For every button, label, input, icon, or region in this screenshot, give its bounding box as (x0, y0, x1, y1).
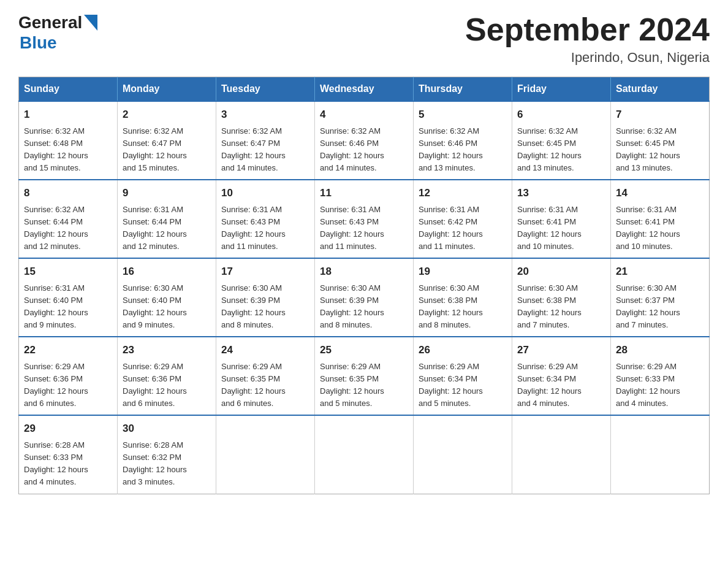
day-detail: Sunrise: 6:28 AMSunset: 6:32 PMDaylight:… (123, 440, 187, 486)
table-row: 20 Sunrise: 6:30 AMSunset: 6:38 PMDaylig… (512, 258, 611, 337)
table-row: 7 Sunrise: 6:32 AMSunset: 6:45 PMDayligh… (611, 101, 710, 180)
table-row: 3 Sunrise: 6:32 AMSunset: 6:47 PMDayligh… (216, 101, 315, 180)
table-row: 23 Sunrise: 6:29 AMSunset: 6:36 PMDaylig… (118, 337, 216, 415)
day-detail: Sunrise: 6:31 AMSunset: 6:40 PMDaylight:… (24, 283, 88, 329)
day-detail: Sunrise: 6:28 AMSunset: 6:33 PMDaylight:… (24, 440, 88, 486)
day-detail: Sunrise: 6:31 AMSunset: 6:42 PMDaylight:… (419, 205, 483, 251)
day-number: 24 (221, 342, 309, 358)
table-row: 25 Sunrise: 6:29 AMSunset: 6:35 PMDaylig… (315, 337, 414, 415)
table-row: 22 Sunrise: 6:29 AMSunset: 6:36 PMDaylig… (19, 337, 118, 415)
day-detail: Sunrise: 6:29 AMSunset: 6:34 PMDaylight:… (517, 362, 582, 408)
table-row: 14 Sunrise: 6:31 AMSunset: 6:41 PMDaylig… (611, 180, 710, 258)
logo: General Blue (18, 12, 97, 53)
table-row (414, 415, 512, 494)
table-row: 8 Sunrise: 6:32 AMSunset: 6:44 PMDayligh… (19, 180, 118, 258)
table-row (315, 415, 414, 494)
day-detail: Sunrise: 6:32 AMSunset: 6:48 PMDaylight:… (24, 126, 88, 172)
table-row: 29 Sunrise: 6:28 AMSunset: 6:33 PMDaylig… (19, 415, 118, 494)
day-number: 27 (517, 342, 605, 358)
col-tuesday: Tuesday (216, 77, 315, 102)
title-area: September 2024 Iperindo, Osun, Nigeria (465, 12, 710, 66)
table-row: 11 Sunrise: 6:31 AMSunset: 6:43 PMDaylig… (315, 180, 414, 258)
day-number: 21 (616, 264, 704, 280)
day-detail: Sunrise: 6:32 AMSunset: 6:46 PMDaylight:… (320, 126, 384, 172)
day-detail: Sunrise: 6:30 AMSunset: 6:39 PMDaylight:… (320, 283, 384, 329)
day-detail: Sunrise: 6:31 AMSunset: 6:43 PMDaylight:… (221, 205, 286, 251)
day-detail: Sunrise: 6:32 AMSunset: 6:47 PMDaylight:… (221, 126, 286, 172)
day-number: 17 (221, 264, 309, 280)
day-number: 18 (320, 264, 408, 280)
day-number: 7 (616, 107, 704, 123)
col-wednesday: Wednesday (315, 77, 414, 102)
day-number: 3 (221, 107, 309, 123)
table-row: 2 Sunrise: 6:32 AMSunset: 6:47 PMDayligh… (118, 101, 216, 180)
table-row: 26 Sunrise: 6:29 AMSunset: 6:34 PMDaylig… (414, 337, 512, 415)
table-row: 10 Sunrise: 6:31 AMSunset: 6:43 PMDaylig… (216, 180, 315, 258)
svg-marker-0 (84, 15, 97, 31)
table-row: 21 Sunrise: 6:30 AMSunset: 6:37 PMDaylig… (611, 258, 710, 337)
table-row: 17 Sunrise: 6:30 AMSunset: 6:39 PMDaylig… (216, 258, 315, 337)
day-number: 4 (320, 107, 408, 123)
day-detail: Sunrise: 6:30 AMSunset: 6:38 PMDaylight:… (517, 283, 582, 329)
calendar-week-row: 15 Sunrise: 6:31 AMSunset: 6:40 PMDaylig… (19, 258, 710, 337)
table-row: 16 Sunrise: 6:30 AMSunset: 6:40 PMDaylig… (118, 258, 216, 337)
day-number: 8 (24, 185, 112, 201)
day-detail: Sunrise: 6:30 AMSunset: 6:37 PMDaylight:… (616, 283, 680, 329)
day-number: 11 (320, 185, 408, 201)
day-number: 23 (123, 342, 211, 358)
day-detail: Sunrise: 6:29 AMSunset: 6:36 PMDaylight:… (24, 362, 88, 408)
day-detail: Sunrise: 6:29 AMSunset: 6:33 PMDaylight:… (616, 362, 680, 408)
day-number: 30 (123, 421, 211, 437)
page-title: September 2024 (465, 12, 710, 47)
day-detail: Sunrise: 6:32 AMSunset: 6:47 PMDaylight:… (123, 126, 187, 172)
col-thursday: Thursday (414, 77, 512, 102)
table-row: 19 Sunrise: 6:30 AMSunset: 6:38 PMDaylig… (414, 258, 512, 337)
col-saturday: Saturday (611, 77, 710, 102)
day-number: 19 (419, 264, 507, 280)
day-number: 6 (517, 107, 605, 123)
calendar-week-row: 1 Sunrise: 6:32 AMSunset: 6:48 PMDayligh… (19, 101, 710, 180)
table-row: 30 Sunrise: 6:28 AMSunset: 6:32 PMDaylig… (118, 415, 216, 494)
day-detail: Sunrise: 6:29 AMSunset: 6:35 PMDaylight:… (320, 362, 384, 408)
table-row (216, 415, 315, 494)
col-sunday: Sunday (19, 77, 118, 102)
table-row (611, 415, 710, 494)
day-number: 16 (123, 264, 211, 280)
logo-general-text: General (18, 13, 82, 33)
logo-blue-text: Blue (20, 33, 57, 52)
day-number: 10 (221, 185, 309, 201)
day-number: 12 (419, 185, 507, 201)
col-monday: Monday (118, 77, 216, 102)
col-friday: Friday (512, 77, 611, 102)
table-row: 5 Sunrise: 6:32 AMSunset: 6:46 PMDayligh… (414, 101, 512, 180)
day-number: 28 (616, 342, 704, 358)
day-number: 5 (419, 107, 507, 123)
day-detail: Sunrise: 6:31 AMSunset: 6:43 PMDaylight:… (320, 205, 384, 251)
table-row: 13 Sunrise: 6:31 AMSunset: 6:41 PMDaylig… (512, 180, 611, 258)
day-detail: Sunrise: 6:31 AMSunset: 6:44 PMDaylight:… (123, 205, 187, 251)
day-detail: Sunrise: 6:30 AMSunset: 6:40 PMDaylight:… (123, 283, 187, 329)
table-row: 18 Sunrise: 6:30 AMSunset: 6:39 PMDaylig… (315, 258, 414, 337)
table-row: 15 Sunrise: 6:31 AMSunset: 6:40 PMDaylig… (19, 258, 118, 337)
calendar-week-row: 22 Sunrise: 6:29 AMSunset: 6:36 PMDaylig… (19, 337, 710, 415)
day-detail: Sunrise: 6:29 AMSunset: 6:36 PMDaylight:… (123, 362, 187, 408)
calendar-header-row: Sunday Monday Tuesday Wednesday Thursday… (19, 77, 710, 102)
calendar-week-row: 29 Sunrise: 6:28 AMSunset: 6:33 PMDaylig… (19, 415, 710, 494)
page-subtitle: Iperindo, Osun, Nigeria (465, 50, 710, 66)
day-number: 2 (123, 107, 211, 123)
day-number: 1 (24, 107, 112, 123)
table-row: 28 Sunrise: 6:29 AMSunset: 6:33 PMDaylig… (611, 337, 710, 415)
table-row: 4 Sunrise: 6:32 AMSunset: 6:46 PMDayligh… (315, 101, 414, 180)
day-detail: Sunrise: 6:31 AMSunset: 6:41 PMDaylight:… (616, 205, 680, 251)
day-detail: Sunrise: 6:29 AMSunset: 6:34 PMDaylight:… (419, 362, 483, 408)
day-number: 14 (616, 185, 704, 201)
day-number: 20 (517, 264, 605, 280)
day-number: 15 (24, 264, 112, 280)
table-row: 12 Sunrise: 6:31 AMSunset: 6:42 PMDaylig… (414, 180, 512, 258)
table-row: 24 Sunrise: 6:29 AMSunset: 6:35 PMDaylig… (216, 337, 315, 415)
table-row: 9 Sunrise: 6:31 AMSunset: 6:44 PMDayligh… (118, 180, 216, 258)
calendar-week-row: 8 Sunrise: 6:32 AMSunset: 6:44 PMDayligh… (19, 180, 710, 258)
table-row: 27 Sunrise: 6:29 AMSunset: 6:34 PMDaylig… (512, 337, 611, 415)
day-detail: Sunrise: 6:30 AMSunset: 6:39 PMDaylight:… (221, 283, 286, 329)
day-detail: Sunrise: 6:32 AMSunset: 6:44 PMDaylight:… (24, 205, 88, 251)
